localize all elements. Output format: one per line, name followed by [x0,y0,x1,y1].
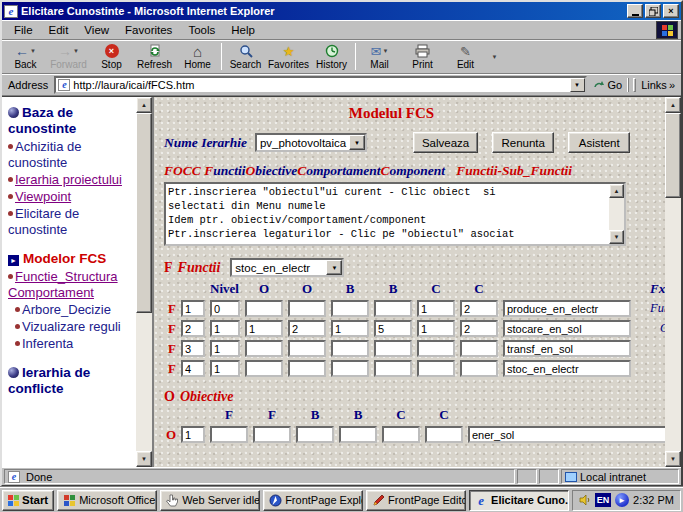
task-elicitare-active[interactable]: e Elicitare Cuno... [469,490,569,511]
task-web-server[interactable]: Web Server idle [160,490,260,511]
f2-name-input[interactable] [503,320,631,337]
scroll-up-button[interactable]: ▲ [665,97,681,113]
f3-o1-input[interactable] [245,340,283,357]
close-button[interactable]: × [663,4,679,18]
forward-button[interactable]: →▼ Forward [47,41,90,72]
back-button[interactable]: ←▼ Back [4,41,47,72]
scroll-up-button[interactable]: ▲ [136,97,152,113]
f4-o2-input[interactable] [288,360,326,377]
f1-nivel-input[interactable] [210,300,240,317]
hierarchy-select[interactable]: pv_photovoltaica ▼ [255,133,367,152]
f3-b2-input[interactable] [374,340,412,357]
sidebar-item-viewpoint-label[interactable]: Viewpoint [15,189,71,204]
f3-c1-input[interactable] [417,340,455,357]
links-label[interactable]: Links [641,79,667,91]
save-button[interactable]: Salveaza [413,132,478,153]
refresh-button[interactable]: Refresh [133,41,176,72]
f4-name-input[interactable] [503,360,631,377]
edit-button[interactable]: ✎ Edit [444,41,487,72]
f1-c2-input[interactable] [460,300,498,317]
f1-b1-input[interactable] [331,300,369,317]
f4-c1-input[interactable] [417,360,455,377]
restore-button[interactable] [645,4,661,18]
f2-o2-input[interactable] [288,320,326,337]
o1-c1-input[interactable] [382,426,420,443]
mail-button[interactable]: ✉▼ Mail [358,41,401,72]
scroll-down-button[interactable]: ▼ [609,230,624,244]
links-chevrons-icon[interactable]: » [669,79,675,91]
f1-o1-input[interactable] [245,300,283,317]
go-button[interactable]: Go [587,79,629,91]
scrollbar-track[interactable] [665,113,681,451]
sidebar-item-vizualizare-reguli[interactable]: Vizualizare reguli [15,319,134,335]
instructions-box[interactable]: Ptr.inscrierea "obiectul"ui curent - Cli… [164,182,626,246]
task-frontpage-explorer[interactable]: FrontPage Explore... [263,490,363,511]
f1-num-input[interactable] [181,300,205,317]
sidebar-item-functie-structura[interactable]: Functie_Structura Comportament [8,269,134,301]
f2-num-input[interactable] [181,320,205,337]
scroll-up-button[interactable]: ▲ [609,184,624,198]
toolbar-more-button[interactable]: ▼ [487,41,501,72]
f3-nivel-input[interactable] [210,340,240,357]
tray-agent-icon[interactable]: ► [615,493,629,507]
menu-tools[interactable]: Tools [180,22,223,38]
f3-num-input[interactable] [181,340,205,357]
f2-c2-input[interactable] [460,320,498,337]
o1-num-input[interactable] [181,426,205,443]
o1-f1-input[interactable] [210,426,248,443]
f4-o1-input[interactable] [245,360,283,377]
history-button[interactable]: History [310,41,353,72]
instructions-text[interactable]: Ptr.inscrierea "obiectul"ui curent - Cli… [166,184,609,244]
f1-c1-input[interactable] [417,300,455,317]
scrollbar-thumb[interactable] [665,113,681,198]
f4-b1-input[interactable] [331,360,369,377]
sidebar-item-ierarhia-proiectului[interactable]: Ierarhia proiectului [8,172,134,188]
menu-view[interactable]: View [76,22,117,38]
sidebar-item-functie-structura-label[interactable]: Functie_Structura Comportament [8,269,118,300]
menu-file[interactable]: File [6,22,41,38]
f2-b2-input[interactable] [374,320,412,337]
o1-c2-input[interactable] [425,426,463,443]
o1-b2-input[interactable] [339,426,377,443]
scrollbar-track[interactable] [609,198,624,230]
menu-edit[interactable]: Edit [41,22,77,38]
hierarchy-select-arrow[interactable]: ▼ [349,135,365,150]
functii-select[interactable]: stoc_en_electr ▼ [230,258,344,277]
address-url[interactable]: http://laura/icai/fFCS.htm [73,79,569,91]
f1-o2-input[interactable] [288,300,326,317]
f2-o1-input[interactable] [245,320,283,337]
menu-help[interactable]: Help [223,22,263,38]
f4-c2-input[interactable] [460,360,498,377]
scroll-down-button[interactable]: ▼ [665,451,681,467]
o1-f2-input[interactable] [253,426,291,443]
f3-b1-input[interactable] [331,340,369,357]
links-grip-handle[interactable] [633,78,636,92]
f4-nivel-input[interactable] [210,360,240,377]
assistant-button[interactable]: Asistent [568,132,630,153]
f3-c2-input[interactable] [460,340,498,357]
start-button[interactable]: Start [2,490,54,511]
stop-button[interactable]: × Stop [90,41,133,72]
home-button[interactable]: ⌂ Home [176,41,219,72]
instructions-scrollbar[interactable]: ▲ ▼ [609,184,624,244]
sidebar-item-achizitia[interactable]: Achizitia de cunostinte [8,139,134,171]
sidebar-item-ierarhia-proiectului-label[interactable]: Ierarhia proiectului [15,172,122,187]
favorites-button[interactable]: ★ Favorites [267,41,310,72]
sidebar-item-elicitare[interactable]: Elicitare de cunostinte [8,206,134,238]
cancel-button[interactable]: Renunta [492,132,554,153]
f4-num-input[interactable] [181,360,205,377]
speaker-icon[interactable] [579,494,591,506]
print-button[interactable]: Print [401,41,444,72]
f2-nivel-input[interactable] [210,320,240,337]
sidebar-item-viewpoint[interactable]: Viewpoint [8,189,134,205]
functii-select-arrow[interactable]: ▼ [326,260,342,275]
sidebar-item-inferenta[interactable]: Inferenta [15,336,134,352]
scrollbar-track[interactable] [136,113,152,451]
f3-name-input[interactable] [503,340,631,357]
scroll-down-button[interactable]: ▼ [136,451,152,467]
sidebar-item-arbore-decizie[interactable]: Arbore_Decizie [15,302,134,318]
task-frontpage-editor[interactable]: FrontPage Editor -... [366,490,466,511]
f1-b2-input[interactable] [374,300,412,317]
task-microsoft-office[interactable]: Microsoft Office S... [57,490,157,511]
o1-b1-input[interactable] [296,426,334,443]
